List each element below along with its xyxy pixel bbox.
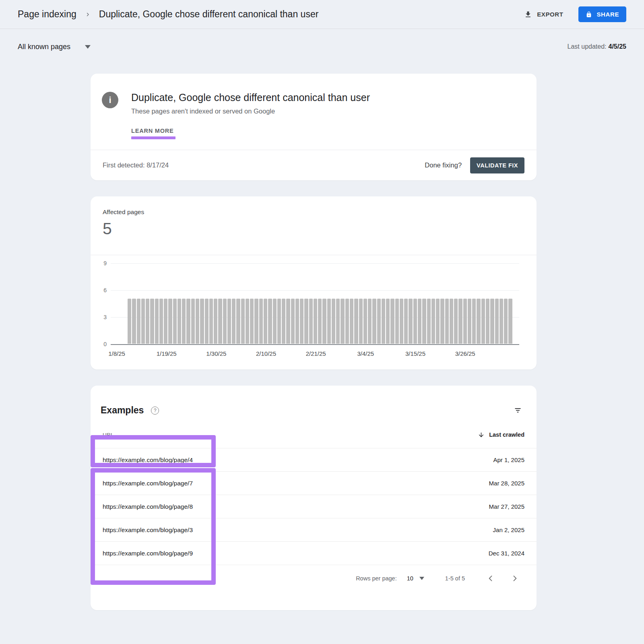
chart-bar bbox=[250, 299, 254, 344]
chart-bar bbox=[386, 299, 390, 344]
chart-bar bbox=[277, 299, 281, 344]
chart-bar bbox=[227, 299, 231, 344]
x-axis-tick-label: 1/30/25 bbox=[206, 350, 226, 357]
url-cell[interactable]: https://example.com/blog/page/4 bbox=[91, 456, 493, 464]
x-axis-tick-label: 1/19/25 bbox=[157, 350, 177, 357]
share-button[interactable]: SHARE bbox=[578, 6, 626, 22]
chart-bar bbox=[359, 299, 363, 344]
previous-page-button[interactable] bbox=[485, 573, 496, 584]
chart-bar bbox=[168, 299, 172, 344]
chart-bar bbox=[137, 299, 140, 344]
table-row[interactable]: https://example.com/blog/page/7 Mar 28, … bbox=[91, 472, 537, 495]
chart-bar bbox=[450, 299, 453, 344]
last-crawled-column-header[interactable]: Last crawled bbox=[478, 431, 537, 438]
validate-fix-button[interactable]: VALIDATE FIX bbox=[470, 157, 524, 173]
rows-per-page-select[interactable]: 10 bbox=[407, 575, 424, 582]
learn-more-link[interactable]: LEARN MORE bbox=[131, 128, 175, 139]
url-cell[interactable]: https://example.com/blog/page/9 bbox=[91, 550, 489, 557]
page-scope-dropdown[interactable]: All known pages bbox=[18, 43, 91, 51]
examples-card: Examples ? URL Last crawled https://exam… bbox=[91, 386, 537, 610]
x-axis-baseline bbox=[111, 344, 519, 345]
chevron-left-icon bbox=[487, 574, 495, 582]
export-button[interactable]: EXPORT bbox=[524, 10, 563, 19]
chart-bar bbox=[223, 299, 227, 344]
chart-bar bbox=[286, 299, 290, 344]
affected-pages-count: 5 bbox=[103, 221, 537, 237]
chart-bar bbox=[246, 299, 249, 344]
chart-bar bbox=[295, 299, 299, 344]
x-axis-tick-label: 2/10/25 bbox=[256, 350, 276, 357]
table-row[interactable]: https://example.com/blog/page/8 Mar 27, … bbox=[91, 495, 537, 518]
chart-bar bbox=[404, 299, 408, 344]
chart-bar bbox=[372, 299, 376, 344]
chart-bar bbox=[205, 299, 208, 344]
breadcrumb-page-indexing[interactable]: Page indexing bbox=[18, 9, 76, 20]
chart-bar bbox=[445, 299, 449, 344]
chart-bar bbox=[400, 299, 403, 344]
url-column-header[interactable]: URL bbox=[91, 432, 478, 438]
chart-bar bbox=[146, 299, 149, 344]
chart-bar bbox=[382, 299, 385, 344]
chart-bar bbox=[141, 299, 145, 344]
chart-bar bbox=[200, 299, 204, 344]
chart-bar bbox=[300, 299, 303, 344]
chart-bar bbox=[264, 299, 267, 344]
download-icon bbox=[524, 10, 532, 19]
issue-title: Duplicate, Google chose different canoni… bbox=[131, 92, 370, 103]
chart-bar bbox=[178, 299, 181, 344]
chart-bar bbox=[159, 299, 163, 344]
chart-bar bbox=[291, 299, 295, 344]
issue-bottom: First detected: 8/17/24 Done fixing? VAL… bbox=[91, 150, 537, 180]
header-actions: EXPORT SHARE bbox=[524, 6, 626, 22]
chart-bar bbox=[436, 299, 440, 344]
chart-bar bbox=[454, 299, 458, 344]
chart-bar bbox=[481, 299, 485, 344]
chart-bar bbox=[490, 299, 494, 344]
chart-bar bbox=[495, 299, 499, 344]
table-row[interactable]: https://example.com/blog/page/9 Dec 31, … bbox=[91, 542, 537, 565]
url-cell[interactable]: https://example.com/blog/page/7 bbox=[91, 480, 489, 487]
chart-bar bbox=[236, 299, 240, 344]
main-content: i Duplicate, Google chose different cano… bbox=[91, 74, 537, 610]
y-axis-tick-label: 6 bbox=[96, 287, 107, 293]
chart-bar bbox=[472, 299, 476, 344]
chart-bar bbox=[350, 299, 353, 344]
table-row[interactable]: https://example.com/blog/page/4 Apr 1, 2… bbox=[91, 448, 537, 472]
y-axis-tick-label: 9 bbox=[96, 260, 107, 266]
chart-bar bbox=[341, 299, 344, 344]
filter-button[interactable] bbox=[514, 406, 522, 415]
url-cell[interactable]: https://example.com/blog/page/3 bbox=[91, 526, 493, 534]
arrow-down-icon bbox=[478, 431, 485, 438]
breadcrumb: Page indexing Duplicate, Google chose di… bbox=[18, 9, 318, 20]
last-updated: Last updated:4/5/25 bbox=[568, 43, 626, 50]
chart-bar bbox=[345, 299, 349, 344]
lock-icon bbox=[586, 11, 592, 18]
chart-body: 96301/8/251/19/251/30/252/10/252/21/253/… bbox=[91, 255, 537, 369]
table-row[interactable]: https://example.com/blog/page/3 Jan 2, 2… bbox=[91, 518, 537, 542]
help-icon[interactable]: ? bbox=[151, 407, 159, 415]
last-crawled-cell: Jan 2, 2025 bbox=[493, 526, 537, 533]
first-detected-label: First detected: 8/17/24 bbox=[103, 161, 425, 169]
chart-bar bbox=[318, 299, 322, 344]
chart-bar bbox=[182, 299, 186, 344]
export-label: EXPORT bbox=[537, 11, 563, 18]
last-crawled-cell: Mar 27, 2025 bbox=[489, 503, 537, 510]
chart-bar bbox=[214, 299, 217, 344]
examples-table-header: URL Last crawled bbox=[91, 421, 537, 448]
chart-bar bbox=[500, 299, 503, 344]
chart-bar bbox=[431, 299, 435, 344]
chart-bar bbox=[241, 299, 245, 344]
chart-bar bbox=[390, 299, 394, 344]
next-page-button[interactable] bbox=[509, 573, 520, 584]
issue-text: Duplicate, Google chose different canoni… bbox=[131, 92, 370, 139]
caret-down-icon bbox=[85, 45, 91, 49]
chart-bar bbox=[218, 299, 222, 344]
issue-top: i Duplicate, Google chose different cano… bbox=[91, 74, 537, 139]
issue-subtitle: These pages aren't indexed or served on … bbox=[131, 107, 370, 115]
chart-bar bbox=[186, 299, 190, 344]
issue-summary-card: i Duplicate, Google chose different cano… bbox=[91, 74, 537, 180]
last-updated-label: Last updated: bbox=[568, 43, 607, 50]
bar-chart-plot: 96301/8/251/19/251/30/252/10/252/21/253/… bbox=[111, 263, 519, 344]
chart-bar bbox=[477, 299, 480, 344]
url-cell[interactable]: https://example.com/blog/page/8 bbox=[91, 503, 489, 510]
